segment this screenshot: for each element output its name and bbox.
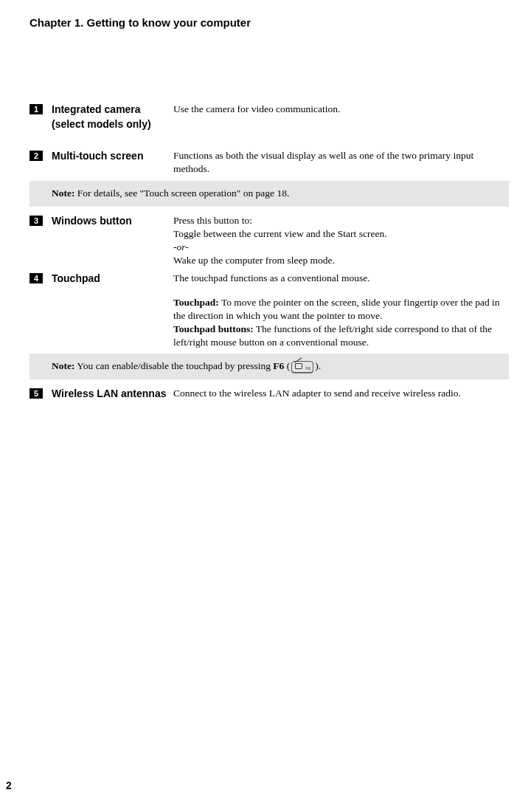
note-text: For details, see "Touch screen operation… [74,187,289,199]
callout-badge-2: 2 [30,151,43,161]
feature-row: 4 Touchpad The touchpad functions as a c… [30,272,509,349]
touchpad-text: To move the pointer on the screen, slide… [173,297,500,321]
keycap-sublabel: F6 [305,365,310,371]
note-label: Note: [52,187,74,199]
f6-key-text: F6 [273,360,284,371]
paren-open: ( [284,360,290,371]
feature-desc: Use the camera for video communication. [172,103,509,116]
touchpad-label: Touchpad: [173,297,219,308]
callout-badge-5: 5 [30,388,43,399]
note-label: Note: [52,360,74,371]
callout-badge-1: 1 [30,104,43,114]
feature-term: Wireless LAN antennas [43,387,172,402]
callout-badge-4: 4 [30,273,43,283]
feature-term: Multi-touch screen [43,149,172,164]
note-box: Note: You can enable/disable the touchpa… [30,354,509,379]
feature-row: 1 Integrated camera (select models only)… [30,103,509,131]
feature-desc: Connect to the wireless LAN adapter to s… [172,387,509,400]
page-number: 2 [6,780,12,791]
callout-badge-3: 3 [30,216,43,226]
feature-row: 5 Wireless LAN antennas Connect to the w… [30,387,509,402]
feature-term: Windows button [43,214,172,229]
touchpad-toggle-key-icon: F6 [291,361,313,373]
desc-line: Toggle between the current view and the … [173,228,387,239]
desc-line: The touchpad functions as a conventional… [173,272,370,283]
paren-close: ). [315,360,321,371]
touchpad-buttons-label: Touchpad buttons: [173,323,254,334]
note-box: Note: For details, see "Touch screen ope… [30,181,509,207]
desc-line: Wake up the computer from sleep mode. [173,255,335,266]
feature-row: 2 Multi-touch screen Functions as both t… [30,149,509,176]
feature-desc: The touchpad functions as a conventional… [172,272,509,349]
feature-term: Integrated camera (select models only) [43,103,172,131]
desc-or: -or- [173,241,189,252]
feature-desc: Functions as both the visual display as … [172,149,509,176]
desc-line: Press this button to: [173,215,252,226]
feature-row: 3 Windows button Press this button to: T… [30,214,509,268]
feature-desc: Press this button to: Toggle between the… [172,214,509,268]
note-text: You can enable/disable the touchpad by p… [74,360,273,371]
chapter-title: Chapter 1. Getting to know your computer [30,16,509,29]
feature-term: Touchpad [43,272,172,286]
